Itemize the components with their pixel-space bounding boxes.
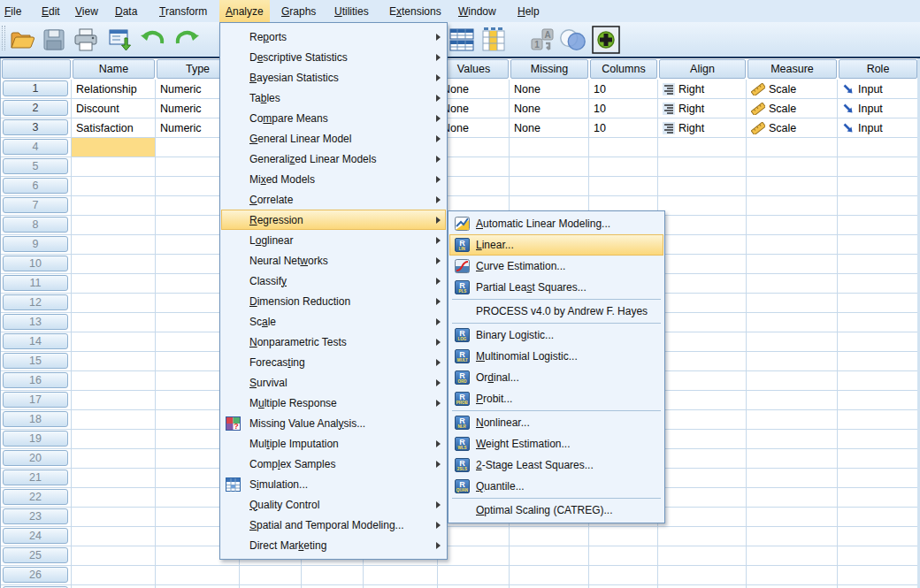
cell-measure-row8[interactable] [747,216,838,235]
menu-item-compare-means[interactable]: Compare Means [221,108,446,128]
cell-measure-row11[interactable] [747,274,838,294]
cell-name-row10[interactable] [72,255,156,274]
cell-name-row7[interactable] [72,196,156,216]
menubar-item-analyze[interactable]: Analyze [219,0,270,22]
menu-item-forecasting[interactable]: Forecasting [221,352,446,372]
cell-align-row20[interactable] [658,449,747,469]
menubar-item-extensions[interactable]: Extensions [383,0,448,22]
row-header-24[interactable]: 24 [1,527,72,546]
cell-columns-row3[interactable]: 10 [589,118,658,138]
add-plus-icon[interactable] [591,25,621,54]
cell-name-row18[interactable] [72,410,156,430]
column-header-measure[interactable]: Measure [747,58,838,80]
cell-measure-row13[interactable] [747,313,838,332]
cell-columns-row2[interactable]: 10 [589,99,658,118]
cell-d-row26[interactable] [302,566,364,585]
cell-measure-row22[interactable] [747,488,838,508]
menubar-item-view[interactable]: View [69,0,104,22]
row-header-2[interactable]: 2 [1,99,72,118]
cell-align-row21[interactable] [658,469,747,488]
cell-measure-row7[interactable] [747,196,838,216]
cell-align-row14[interactable] [658,332,747,352]
cell-measure-row10[interactable] [747,255,838,274]
row-header-15[interactable]: 15 [1,352,72,371]
cell-measure-row24[interactable] [747,527,838,546]
cell-role-row14[interactable] [838,332,918,352]
column-header-name[interactable]: Name [72,58,156,80]
menu-item-mixed-models[interactable]: Mixed Models [221,169,446,189]
menu-item-spatial-and-temporal-modeling[interactable]: Spatial and Temporal Modeling... [221,515,446,535]
menu-item-bayesian-statistics[interactable]: Bayesian Statistics [221,67,446,88]
cell-align-row7[interactable] [658,196,747,216]
cell-name-row26[interactable] [72,566,156,585]
row-header-26[interactable]: 26 [1,566,72,585]
column-header-role[interactable]: Role [838,58,918,80]
cell-role-row25[interactable] [838,546,918,566]
cell-name-row4[interactable] [72,138,156,157]
row-header-18[interactable]: 18 [1,410,72,430]
row-header-20[interactable]: 20 [1,449,72,469]
cell-name-row22[interactable] [72,488,156,508]
cell-role-row10[interactable] [838,255,918,274]
menu-item-loglinear[interactable]: Loglinear [221,230,446,250]
cell-align-row8[interactable] [658,216,747,235]
cell-measure-row9[interactable] [747,235,838,255]
menu-item-direct-marketing[interactable]: Direct Marketing [221,535,446,555]
open-file-icon[interactable] [7,25,37,54]
row-header-7[interactable]: 7 [1,196,72,216]
cell-missing-row2[interactable]: None [510,99,589,118]
cell-align-row24[interactable] [658,527,747,546]
cell-align-row25[interactable] [658,546,747,566]
cell-align-row19[interactable] [658,430,747,449]
cell-values-row24[interactable] [438,527,510,546]
cell-columns-row26[interactable] [589,566,658,585]
menu-item-neural-networks[interactable]: Neural Networks [221,250,446,271]
cell-align-row3[interactable]: Right [658,118,747,138]
cell-missing-row6[interactable] [510,177,589,196]
cell-values-row26[interactable] [438,566,510,585]
cell-role-row15[interactable] [838,352,918,371]
menu-item-correlate[interactable]: Correlate [221,189,446,210]
menu-item-nonparametric-tests[interactable]: Nonparametric Tests [221,332,446,352]
cell-measure-row17[interactable] [747,391,838,410]
submenu-item-quantile[interactable]: RQUANQuantile... [449,476,663,497]
cell-align-row2[interactable]: Right [658,99,747,118]
cell-name-row20[interactable] [72,449,156,469]
cell-values-row2[interactable]: None [438,99,510,118]
menubar-item-help[interactable]: Help [511,0,546,22]
cell-missing-row25[interactable] [510,546,589,566]
cell-role-row6[interactable] [838,177,918,196]
cell-name-row25[interactable] [72,546,156,566]
cell-columns-row24[interactable] [589,527,658,546]
cell-role-row26[interactable] [838,566,918,585]
submenu-item-binary-logistic[interactable]: RLOGBinary Logistic... [449,325,663,346]
row-header-3[interactable]: 3 [1,118,72,138]
cell-align-row15[interactable] [658,352,747,371]
cell-name-row12[interactable] [72,294,156,313]
menubar-item-data[interactable]: Data [109,0,143,22]
menubar-item-file[interactable]: File [0,0,27,22]
cell-name-row17[interactable] [72,391,156,410]
row-header-1[interactable]: 1 [1,80,72,99]
menu-item-reports[interactable]: Reports [221,27,446,47]
cell-name-row13[interactable] [72,313,156,332]
cell-missing-row4[interactable] [510,138,589,157]
row-header-19[interactable]: 19 [1,430,72,449]
go-to-case-icon[interactable] [447,25,477,54]
cell-align-row10[interactable] [658,255,747,274]
cell-values-row5[interactable] [438,157,510,177]
cell-role-row20[interactable] [838,449,918,469]
cell-align-row1[interactable]: Right [658,80,747,99]
cell-measure-row14[interactable] [747,332,838,352]
row-header-5[interactable]: 5 [1,157,72,177]
cell-role-row18[interactable] [838,410,918,430]
recall-dialogs-icon[interactable] [104,25,134,54]
column-header-align[interactable]: Align [658,58,747,80]
cell-l-row26[interactable] [364,566,438,585]
cell-role-row16[interactable] [838,371,918,391]
submenu-item-optimal-scaling-catreg[interactable]: Optimal Scaling (CATREG)... [449,500,663,521]
menu-item-dimension-reduction[interactable]: Dimension Reduction [221,291,446,311]
cell-role-row8[interactable] [838,216,918,235]
redo-icon[interactable] [172,25,202,54]
cell-align-row9[interactable] [658,235,747,255]
